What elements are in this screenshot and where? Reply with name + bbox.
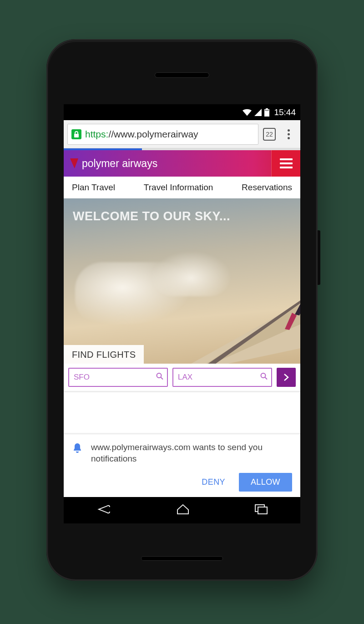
phone-earpiece	[155, 72, 209, 78]
tab-switcher-button[interactable]: 22	[263, 128, 276, 141]
from-airport-input[interactable]: SFO	[68, 368, 168, 387]
tab-count: 22	[266, 131, 273, 138]
phone-screen: 15:44 https://www.polymerairway 22 polym…	[64, 104, 300, 523]
url-scheme: https:	[85, 129, 108, 140]
svg-line-15	[265, 377, 268, 380]
site-nav: Plan Travel Travel Information Reservati…	[64, 177, 300, 198]
nav-reservations[interactable]: Reservations	[242, 183, 292, 193]
recents-button[interactable]	[254, 504, 268, 517]
flight-search-row: SFO LAX	[64, 364, 300, 391]
svg-rect-17	[258, 507, 267, 514]
deny-button[interactable]: DENY	[195, 473, 232, 492]
hamburger-icon	[280, 162, 293, 164]
battery-icon	[264, 108, 269, 117]
svg-point-12	[157, 373, 162, 378]
to-airport-value: LAX	[178, 373, 192, 382]
search-icon	[260, 373, 268, 382]
from-airport-value: SFO	[74, 373, 90, 382]
home-button[interactable]	[176, 503, 190, 517]
hero-title: WELCOME TO OUR SKY...	[73, 209, 230, 223]
phone-bottom-speaker	[141, 556, 223, 561]
search-submit-button[interactable]	[277, 368, 296, 387]
recents-icon	[254, 504, 268, 515]
bell-icon	[72, 442, 83, 465]
browser-toolbar: https://www.polymerairway 22	[64, 120, 300, 148]
svg-line-13	[161, 377, 163, 380]
svg-point-6	[288, 137, 290, 139]
svg-point-5	[288, 133, 290, 135]
address-bar[interactable]: https://www.polymerairway	[67, 124, 258, 145]
overflow-menu-button[interactable]	[280, 126, 297, 142]
find-flights-tab[interactable]: FIND FLIGHTS	[64, 345, 144, 364]
allow-button[interactable]: ALLOW	[239, 473, 292, 492]
back-icon	[96, 503, 111, 515]
cellular-icon	[254, 109, 262, 116]
nav-plan-travel[interactable]: Plan Travel	[72, 183, 115, 193]
phone-frame: 15:44 https://www.polymerairway 22 polym…	[46, 39, 318, 581]
wifi-icon	[243, 109, 252, 116]
lock-icon	[71, 129, 81, 139]
back-button[interactable]	[96, 503, 111, 517]
android-status-bar: 15:44	[64, 104, 300, 120]
svg-rect-1	[266, 108, 268, 110]
svg-point-4	[288, 129, 290, 132]
chevron-right-icon	[283, 373, 289, 381]
notification-prompt-message: www.polymerairways.com wants to send you…	[91, 441, 292, 465]
search-icon	[156, 373, 163, 382]
svg-rect-3	[74, 134, 79, 137]
to-airport-input[interactable]: LAX	[172, 368, 272, 387]
hamburger-menu-button[interactable]	[271, 150, 300, 177]
airplane-wing-illustration	[177, 291, 300, 364]
status-clock: 15:44	[274, 107, 296, 117]
svg-rect-2	[265, 110, 269, 111]
url-host-path: //www.polymerairway	[108, 129, 198, 140]
svg-point-14	[261, 373, 266, 378]
phone-side-button	[318, 230, 320, 285]
more-vert-icon	[288, 129, 290, 139]
brand-name: polymer airways	[82, 157, 157, 170]
site-header: polymer airways	[64, 150, 300, 177]
notification-permission-prompt: www.polymerairways.com wants to send you…	[64, 434, 300, 497]
home-icon	[176, 503, 190, 515]
nav-travel-information[interactable]: Travel Information	[144, 183, 213, 193]
hero-banner: WELCOME TO OUR SKY... FIND FLIGHTS	[64, 198, 300, 364]
brand[interactable]: polymer airways	[64, 150, 271, 177]
android-nav-bar	[64, 497, 300, 523]
brand-logo-icon	[70, 158, 78, 168]
